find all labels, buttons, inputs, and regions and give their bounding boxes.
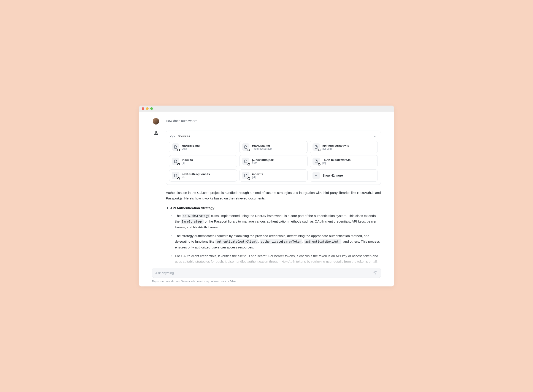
file-icon — [312, 158, 320, 165]
send-icon — [373, 271, 377, 275]
code-inline: ApiAuthStrategy — [182, 214, 210, 218]
answer-bullet: The strategy authenticates requests by e… — [175, 233, 381, 250]
assistant-message-row: </> Sources README.mdauthREADME.md_auth-… — [152, 131, 381, 268]
svg-marker-2 — [156, 133, 158, 135]
send-button[interactable] — [372, 270, 378, 276]
source-path: [id] — [252, 176, 263, 179]
ask-input-container — [152, 268, 381, 278]
answer-bullet: For OAuth client credentials, it verifie… — [175, 253, 381, 265]
chevron-up-icon — [373, 135, 377, 138]
user-message-row: How does auth work? — [152, 118, 381, 125]
section-title: API Authentication Strategy: — [170, 206, 216, 210]
show-more-label: Show 42 more — [322, 174, 343, 177]
minimize-window-button[interactable] — [146, 107, 149, 110]
sources-grid: README.mdauthREADME.md_auth-based-appapi… — [169, 141, 378, 182]
close-window-button[interactable] — [142, 107, 144, 110]
source-filename: api-auth.strategy.ts — [322, 144, 349, 147]
source-filename: [...nextauth].tsx — [252, 158, 274, 161]
file-icon — [172, 172, 179, 179]
file-icon — [172, 143, 179, 151]
source-path: [id] — [182, 161, 193, 164]
github-icon — [247, 163, 250, 166]
github-icon — [177, 149, 180, 152]
user-question: How does auth work? — [166, 118, 381, 123]
github-icon — [177, 163, 180, 166]
source-path: _auth-based-app — [252, 147, 272, 150]
source-tile[interactable]: index.ts[id] — [169, 155, 237, 167]
source-path: api-auth — [322, 147, 349, 150]
user-avatar — [153, 118, 159, 125]
source-filename: index.ts — [182, 158, 193, 161]
file-icon — [312, 143, 320, 151]
source-filename: index.ts — [252, 173, 263, 176]
github-icon — [318, 163, 321, 166]
show-more-sources[interactable]: +Show 42 more — [310, 169, 378, 182]
footer-disclaimer: Repo: calcom/cal.com · Generated content… — [152, 280, 381, 283]
svg-marker-1 — [154, 133, 156, 135]
svg-marker-0 — [155, 131, 157, 133]
source-filename: next-auth-options.ts — [182, 173, 210, 176]
file-icon — [242, 158, 250, 165]
github-icon — [318, 149, 321, 152]
window-titlebar — [139, 106, 394, 112]
code-icon: </> — [170, 135, 175, 138]
sources-panel: </> Sources README.mdauthREADME.md_auth-… — [166, 131, 381, 185]
maximize-window-button[interactable] — [150, 107, 153, 110]
source-tile[interactable]: api-auth.strategy.tsapi-auth — [310, 141, 378, 153]
plus-icon: + — [312, 172, 320, 179]
source-filename: README.md — [252, 144, 272, 147]
answer-intro: Authentication in the Cal.com project is… — [166, 190, 381, 201]
answer-section: API Authentication Strategy: The ApiAuth… — [170, 205, 381, 265]
sources-header[interactable]: </> Sources — [169, 134, 378, 141]
input-area: Repo: calcom/cal.com · Generated content… — [152, 268, 381, 283]
source-path: auth — [252, 161, 274, 164]
sources-title: Sources — [178, 134, 190, 138]
app-window: How does auth work? </> Sources — [139, 106, 394, 286]
file-icon — [242, 143, 250, 151]
code-inline: authenticateNextAuth — [304, 239, 341, 244]
assistant-logo-icon — [153, 131, 159, 136]
answer-bullet: The ApiAuthStrategy class, implemented u… — [175, 213, 381, 230]
source-path: lib — [182, 176, 210, 179]
source-filename: README.md — [182, 144, 200, 147]
source-tile[interactable]: index.ts[id] — [239, 169, 307, 182]
source-tile[interactable]: [...nextauth].tsxauth — [239, 155, 307, 167]
source-filename: _auth-middleware.ts — [322, 158, 351, 161]
source-tile[interactable]: README.mdauth — [169, 141, 237, 153]
github-icon — [247, 177, 250, 180]
source-tile[interactable]: _auth-middleware.ts[id] — [310, 155, 378, 167]
source-tile[interactable]: next-auth-options.tslib — [169, 169, 237, 182]
github-icon — [177, 177, 180, 180]
file-icon — [172, 158, 179, 165]
code-inline: BaseStrategy — [180, 219, 204, 224]
source-tile[interactable]: README.md_auth-based-app — [239, 141, 307, 153]
code-inline: authenticateOAuthClient — [215, 239, 258, 244]
content-area: How does auth work? </> Sources — [139, 112, 394, 286]
source-path: [id] — [322, 161, 351, 164]
code-inline: authenticateBearerToken — [260, 239, 302, 244]
ask-input[interactable] — [155, 271, 372, 275]
github-icon — [247, 149, 250, 152]
assistant-answer: Authentication in the Cal.com project is… — [166, 190, 381, 265]
file-icon — [242, 172, 250, 179]
source-path: auth — [182, 147, 200, 150]
